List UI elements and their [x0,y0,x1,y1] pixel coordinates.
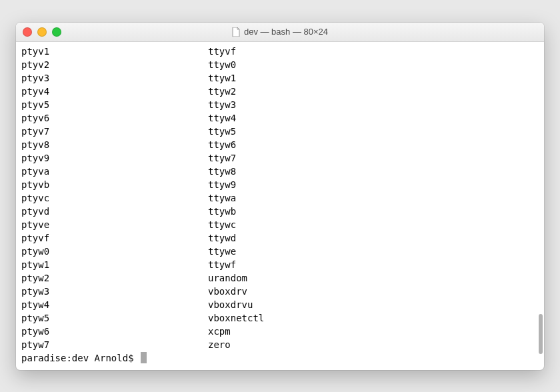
terminal-row: ptyv3ttyw1 [21,71,539,85]
terminal-row: ptyvbttyw9 [21,178,539,191]
terminal-cell: ptyva [21,165,208,178]
terminal-row: ptyv6ttyw4 [21,111,539,125]
terminal-row: ptyvfttywd [21,231,539,245]
terminal-cell: ttywe [208,245,539,258]
terminal-row: ptyvettywc [21,218,539,231]
terminal-cell: ptyve [21,218,208,231]
zoom-button[interactable] [52,27,61,37]
terminal-row: ptyv9ttyw7 [21,151,539,165]
terminal-cell: ptyvb [21,178,208,191]
terminal-cell: ttyw8 [208,165,539,178]
terminal-cell: ttywa [208,191,539,205]
terminal-cell: ttyw1 [208,71,539,85]
terminal-cell: ptyvc [21,191,208,205]
terminal-row: ptyw0ttywe [21,245,539,258]
terminal-cell: ttywd [208,231,539,245]
terminal-cell: ttyw7 [208,151,539,165]
terminal-cell: ttyw9 [208,178,539,191]
terminal-cell: ptyv5 [21,98,208,111]
terminal-cell: vboxdrvu [208,298,539,311]
terminal-cell: ptyw2 [21,271,208,285]
terminal-cell: ttyw0 [208,58,539,71]
terminal-cell: ptyw4 [21,298,208,311]
terminal-cell: ptyw6 [21,325,208,338]
terminal-cell: ptyw7 [21,338,208,351]
terminal-row: ptyv7ttyw5 [21,125,539,138]
terminal-cell: ttywb [208,205,539,218]
terminal-cell: ttyw5 [208,125,539,138]
prompt-line: paradise:dev Arnold$ [21,351,539,365]
terminal-cell: ptyvf [21,231,208,245]
terminal-cell: ttywc [208,218,539,231]
terminal-cell: ttyw6 [208,138,539,151]
terminal-row: ptyw1ttywf [21,258,539,271]
terminal-row: ptyvattyw8 [21,165,539,178]
terminal-cell: vboxdrv [208,285,539,298]
terminal-cell: ptyv8 [21,138,208,151]
titlebar[interactable]: dev — bash — 80×24 [16,23,544,42]
terminal-row: ptyvdttywb [21,205,539,218]
terminal-row: ptyw4vboxdrvu [21,298,539,311]
terminal-cell: ptyvd [21,205,208,218]
terminal-cell: ptyv1 [21,45,208,58]
terminal-cell: ptyw1 [21,258,208,271]
terminal-content[interactable]: ptyv1ttyvfptyv2ttyw0ptyv3ttyw1ptyv4ttyw2… [16,42,544,370]
scrollbar[interactable] [539,45,543,354]
traffic-lights [16,27,61,37]
terminal-cell: ptyv9 [21,151,208,165]
window-title: dev — bash — 80×24 [16,27,544,37]
terminal-row: ptyv2ttyw0 [21,58,539,71]
terminal-cell: ttyw4 [208,111,539,125]
terminal-row: ptyw7zero [21,338,539,351]
terminal-row: ptyv1ttyvf [21,45,539,58]
terminal-cell: urandom [208,271,539,285]
terminal-cell: ptyv3 [21,71,208,85]
terminal-row: ptyvcttywa [21,191,539,205]
terminal-cell: ttyw3 [208,98,539,111]
prompt-text: paradise:dev Arnold$ [21,351,139,365]
terminal-cell: ptyw5 [21,311,208,325]
terminal-cell: ptyw3 [21,285,208,298]
terminal-cell: ttywf [208,258,539,271]
terminal-cell: xcpm [208,325,539,338]
terminal-cell: ptyv2 [21,58,208,71]
close-button[interactable] [23,27,32,37]
cursor [141,352,147,363]
window-title-text: dev — bash — 80×24 [244,27,328,37]
terminal-cell: vboxnetctl [208,311,539,325]
terminal-row: ptyw5vboxnetctl [21,311,539,325]
terminal-cell: ptyv4 [21,85,208,98]
file-icon [232,27,240,37]
terminal-window: dev — bash — 80×24 ptyv1ttyvfptyv2ttyw0p… [16,23,544,370]
terminal-cell: ptyw0 [21,245,208,258]
terminal-row: ptyv8ttyw6 [21,138,539,151]
terminal-row: ptyv4ttyw2 [21,85,539,98]
terminal-cell: ttyw2 [208,85,539,98]
terminal-cell: ttyvf [208,45,539,58]
terminal-cell: ptyv7 [21,125,208,138]
terminal-row: ptyv5ttyw3 [21,98,539,111]
terminal-cell: ptyv6 [21,111,208,125]
terminal-row: ptyw2urandom [21,271,539,285]
terminal-row: ptyw6xcpm [21,325,539,338]
terminal-cell: zero [208,338,539,351]
terminal-row: ptyw3vboxdrv [21,285,539,298]
minimize-button[interactable] [37,27,47,37]
scrollbar-thumb[interactable] [539,314,543,354]
